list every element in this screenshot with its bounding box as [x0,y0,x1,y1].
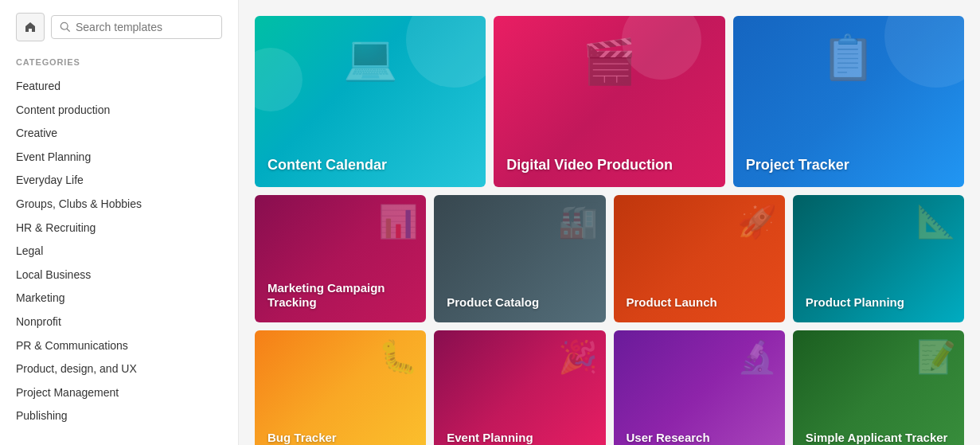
sidebar-item-hr-recruiting[interactable]: HR & Recruiting [16,217,222,240]
card-label: Digital Video Production [494,144,685,187]
template-card-product-planning[interactable]: 📐 Product Planning [793,195,964,322]
sidebar-item-featured[interactable]: Featured [16,75,222,99]
sidebar-item-content-production[interactable]: Content production [16,99,222,123]
template-card-user-research[interactable]: 🔬 User Research [614,330,785,445]
sidebar: CATEGORIES FeaturedContent productionCre… [0,0,239,445]
sidebar-item-legal[interactable]: Legal [16,240,222,263]
card-label: Event Planning [434,418,545,445]
sidebar-item-event-planning[interactable]: Event Planning [16,146,222,170]
search-input-wrap[interactable] [51,15,222,39]
search-input[interactable] [76,21,213,33]
card-label: Bug Tracker [255,418,349,445]
template-card-bug-tracker[interactable]: 🐛 Bug Tracker [255,330,426,445]
sidebar-item-groups-clubs-hobbies[interactable]: Groups, Clubs & Hobbies [16,193,222,217]
template-card-event-planning[interactable]: 🎉 Event Planning [434,330,605,445]
sidebar-item-publishing[interactable]: Publishing [16,404,222,428]
template-card-content-calendar[interactable]: 💻 Content Calendar [255,16,486,187]
card-label: Simple Applicant Tracker [793,418,961,445]
template-row-1: 💻 Content Calendar 🎬 Digital Video Produ… [255,16,964,187]
template-card-marketing-campaign[interactable]: 📊 Marketing Campaign Tracking [255,195,426,322]
template-row-3: 🐛 Bug Tracker 🎉 Event Planning 🔬 User Re… [255,330,964,445]
card-label: Marketing Campaign Tracking [255,268,426,322]
categories-label: CATEGORIES [16,57,222,67]
template-card-product-launch[interactable]: 🚀 Product Launch [614,195,785,322]
card-label: Content Calendar [255,144,400,187]
sidebar-item-everyday-life[interactable]: Everyday Life [16,169,222,193]
svg-line-1 [67,29,69,31]
categories-list: FeaturedContent productionCreativeEvent … [16,75,222,428]
sidebar-item-nonprofit[interactable]: Nonprofit [16,310,222,334]
search-bar [16,13,222,41]
template-card-digital-video[interactable]: 🎬 Digital Video Production [494,16,724,187]
home-button[interactable] [16,13,45,41]
sidebar-item-creative[interactable]: Creative [16,122,222,146]
search-icon [60,21,71,33]
template-card-product-catalog[interactable]: 🏭 Product Catalog [434,195,605,322]
card-label: User Research [614,418,723,445]
template-card-simple-applicant-tracker[interactable]: 📝 Simple Applicant Tracker [793,330,964,445]
sidebar-item-marketing[interactable]: Marketing [16,287,222,310]
card-label: Product Catalog [434,283,552,322]
sidebar-item-project-management[interactable]: Project Management [16,381,222,405]
main-content: 💻 Content Calendar 🎬 Digital Video Produ… [239,0,980,445]
template-row-2: 📊 Marketing Campaign Tracking 🏭 Product … [255,195,964,322]
sidebar-item-product-design-ux[interactable]: Product, design, and UX [16,357,222,381]
card-label: Product Planning [793,283,917,322]
card-label: Product Launch [614,283,730,322]
card-label: Project Tracker [733,144,862,187]
home-icon [24,21,37,33]
template-card-project-tracker[interactable]: 📋 Project Tracker [733,16,964,187]
sidebar-item-local-business[interactable]: Local Business [16,263,222,287]
sidebar-item-pr-communications[interactable]: PR & Communications [16,334,222,358]
